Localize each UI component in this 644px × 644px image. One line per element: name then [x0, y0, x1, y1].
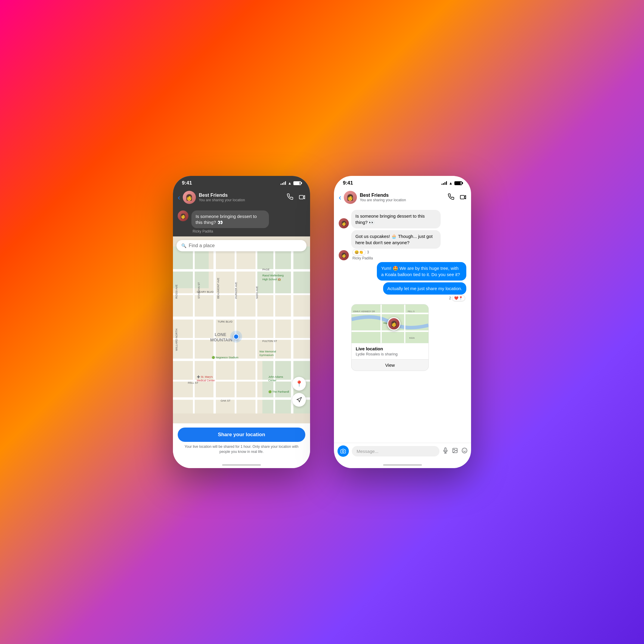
svg-point-58: [462, 448, 467, 453]
message-row-1: 👩 Is someone bringing dessert to this th…: [339, 210, 466, 228]
phone-call-icon-phone1[interactable]: [287, 193, 293, 202]
search-icon: 🔍: [181, 243, 186, 248]
share-disclaimer: Your live location will be shared for 1 …: [178, 442, 305, 457]
svg-text:KEZA: KEZA: [409, 337, 415, 339]
message-row-2: 👩 Got us cupcakes! 🧁 Though... just got …: [339, 230, 466, 260]
svg-text:OAK ST: OAK ST: [221, 399, 231, 402]
messages-area[interactable]: 👩 Is someone bringing dessert to this th…: [334, 208, 471, 443]
map-svg: STANYAN ST BEAUMONT AVE PARKER AVE NIDO …: [173, 236, 310, 423]
phone-2: 9:41 ▲ ‹ 👩 Best Friends You are sharing …: [334, 176, 471, 468]
chat-header-phone1: ‹ 👩 Best Friends You are sharing your lo…: [173, 188, 310, 208]
svg-text:FELL S: FELL S: [408, 310, 415, 312]
svg-text:TURK BLVD: TURK BLVD: [218, 320, 233, 323]
header-actions-phone1: [287, 193, 305, 202]
svg-text:Center: Center: [268, 379, 276, 382]
camera-button[interactable]: [338, 445, 349, 457]
reactions-msg4: ❤️📍 2: [448, 295, 466, 301]
video-call-icon-phone1[interactable]: [299, 193, 305, 202]
header-subtitle-phone2: You are sharing your location: [360, 198, 448, 202]
svg-text:ROSSI AVE: ROSSI AVE: [175, 284, 178, 298]
back-button-phone2[interactable]: ‹: [339, 193, 341, 202]
svg-text:LONE: LONE: [215, 332, 226, 337]
message-input[interactable]: Message...: [352, 446, 439, 456]
message-row-3: Yum! 🤩 We are by this huge tree, with a …: [339, 262, 466, 281]
svg-text:JOHN F. KENNEDY DR: JOHN F. KENNEDY DR: [353, 310, 375, 312]
phone1-top-area: 9:41 ▲ ‹ 👩 Best Friends You are sharing …: [173, 176, 310, 236]
gallery-icon[interactable]: [452, 448, 458, 455]
search-placeholder: Find a place: [189, 243, 215, 248]
live-location-title: Live location: [356, 346, 424, 351]
ricky-avatar-2: 👩: [339, 250, 349, 260]
chat-header-phone2: ‹ 👩 Best Friends You are sharing your lo…: [334, 188, 471, 208]
status-icons-phone2: ▲: [442, 181, 462, 185]
phone-1: 9:41 ▲ ‹ 👩 Best Friends You are sharing …: [173, 176, 310, 468]
svg-text:WILLARD NORTH: WILLARD NORTH: [175, 329, 178, 351]
header-info-phone1: Best Friends You are sharing your locati…: [199, 193, 287, 202]
video-call-icon-phone2[interactable]: [460, 193, 466, 202]
reaction-count-msg4: 2: [449, 296, 451, 300]
msg-bubble-4: Actually let me just share my location.: [383, 282, 466, 295]
home-indicator-phone1: [173, 459, 310, 468]
svg-rect-0: [299, 195, 304, 199]
message-placeholder: Message...: [357, 449, 378, 454]
live-location-avatar: 👩: [387, 317, 400, 330]
svg-text:PARKER AVE: PARKER AVE: [235, 282, 238, 299]
svg-text:High School 🏫: High School 🏫: [262, 278, 281, 281]
sticker-icon[interactable]: [462, 448, 467, 455]
svg-text:War Memorial: War Memorial: [259, 350, 276, 353]
signal-icon-phone2: [442, 181, 447, 185]
reaction-emojis-msg2: 😄👏: [352, 249, 366, 255]
msg-bubble-3: Yum! 🤩 We are by this huge tree, with a …: [377, 262, 466, 281]
svg-text:Raoul Wallenberg: Raoul Wallenberg: [262, 274, 284, 277]
header-subtitle-phone1: You are sharing your location: [199, 198, 287, 202]
signal-icon-phone1: [281, 181, 286, 185]
status-bar-phone2: 9:41 ▲: [334, 176, 471, 188]
message-input-area: Message...: [334, 443, 471, 459]
input-icons: [442, 448, 467, 455]
header-avatar-phone2: 👩: [344, 191, 357, 204]
svg-text:➕ St. Mary's: ➕ St. Mary's: [197, 375, 213, 379]
wifi-icon-phone1: ▲: [288, 181, 292, 185]
svg-text:NIDO AVE: NIDO AVE: [256, 286, 258, 299]
status-icons-phone1: ▲: [281, 181, 301, 185]
header-name-phone2: Best Friends: [360, 193, 448, 198]
msg-content-2: Got us cupcakes! 🧁 Though... just got he…: [351, 230, 441, 260]
home-indicator-phone2: [334, 459, 471, 468]
wifi-icon-phone2: ▲: [449, 181, 453, 185]
search-bar[interactable]: 🔍 Find a place: [177, 240, 306, 251]
svg-rect-43: [460, 195, 465, 199]
svg-text:FULTON ST: FULTON ST: [262, 340, 277, 343]
share-button-area: Share your location Your live location w…: [173, 423, 310, 459]
map-container: 🔍 Find a place S: [173, 236, 310, 423]
msg-content-4: Actually let me just share my location. …: [383, 282, 466, 301]
svg-text:Medical Center: Medical Center: [197, 379, 215, 382]
svg-text:🟢 The Panhandl: 🟢 The Panhandl: [268, 390, 289, 394]
battery-icon-phone1: [293, 181, 301, 185]
message-row-4: Actually let me just share my location. …: [339, 282, 466, 301]
sender-name-ricky: Ricky Padilla: [351, 256, 441, 260]
svg-text:John Adams: John Adams: [268, 375, 283, 378]
live-location-row: JOHN F. KENNEDY DR Hippie Hill FELL S KE…: [339, 304, 466, 371]
msg-bubble-2: Got us cupcakes! 🧁 Though... just got he…: [351, 230, 441, 249]
dark-sender-name: Ricky Padilla: [191, 229, 305, 233]
header-avatar-phone1: 👩: [183, 191, 196, 204]
live-location-subtitle: Lydie Rosales is sharing: [356, 352, 424, 356]
header-actions-phone2: [448, 193, 466, 202]
msg-bubble-1: Is someone bringing dessert to this thin…: [351, 210, 441, 228]
phone-call-icon-phone2[interactable]: [448, 193, 454, 202]
reaction-count-msg2: 3: [367, 250, 369, 254]
share-location-button[interactable]: Share your location: [178, 428, 305, 442]
header-name-phone1: Best Friends: [199, 193, 287, 198]
dark-message-area: 👩 Is someone bringing dessert to this th…: [173, 208, 310, 236]
back-button-phone1[interactable]: ‹: [178, 193, 180, 202]
mic-icon[interactable]: [442, 448, 448, 455]
dark-msg-bubble: Is someone bringing dessert to this thin…: [191, 210, 269, 228]
dark-msg-content: Is someone bringing dessert to this thin…: [191, 210, 305, 233]
svg-text:MOUNTAIN: MOUNTAIN: [210, 338, 232, 342]
svg-text:BEAUMONT AVE: BEAUMONT AVE: [217, 278, 220, 299]
live-location-view-button[interactable]: View: [352, 359, 428, 371]
status-time-phone1: 9:41: [182, 180, 192, 186]
svg-point-53: [342, 451, 344, 452]
status-bar-phone1: 9:41 ▲: [173, 176, 310, 188]
location-dot: [233, 334, 239, 340]
